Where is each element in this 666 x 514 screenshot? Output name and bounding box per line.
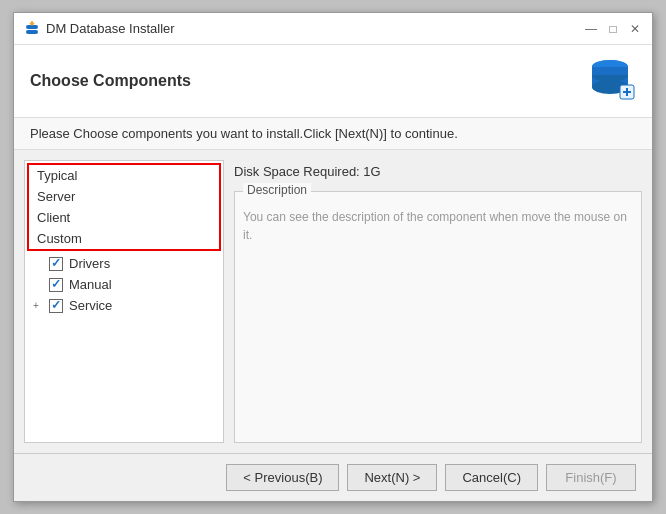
header-title: Choose Components: [30, 72, 191, 90]
disk-space-row: Disk Space Required: 1G: [234, 160, 642, 183]
description-legend: Description: [243, 183, 311, 197]
svg-rect-9: [592, 67, 628, 75]
drivers-checkbox[interactable]: [49, 257, 63, 271]
header-section: Choose Components: [14, 45, 652, 118]
title-controls: — □ ✕: [584, 22, 642, 36]
right-panel: Disk Space Required: 1G Description You …: [234, 160, 642, 443]
manual-checkbox[interactable]: [49, 278, 63, 292]
left-panel: Typical Server Client Custom Drivers Man…: [24, 160, 224, 443]
drivers-label: Drivers: [69, 256, 110, 271]
tree-item-drivers[interactable]: Drivers: [25, 253, 223, 274]
component-client[interactable]: Client: [29, 207, 219, 228]
manual-label: Manual: [69, 277, 112, 292]
installer-window: DM Database Installer — □ ✕ Choose Compo…: [13, 12, 653, 502]
component-server[interactable]: Server: [29, 186, 219, 207]
footer: < Previous(B) Next(N) > Cancel(C) Finish…: [14, 453, 652, 501]
maximize-button[interactable]: □: [606, 22, 620, 36]
finish-button[interactable]: Finish(F): [546, 464, 636, 491]
disk-space-label: Disk Space Required:: [234, 164, 360, 179]
instruction-bar: Please Choose components you want to ins…: [14, 118, 652, 150]
header-database-icon: [584, 57, 636, 105]
component-list: Typical Server Client Custom Drivers Man…: [25, 163, 223, 316]
disk-space-value: 1G: [363, 164, 380, 179]
content-area: Typical Server Client Custom Drivers Man…: [14, 150, 652, 453]
previous-button[interactable]: < Previous(B): [226, 464, 339, 491]
component-typical[interactable]: Typical: [29, 165, 219, 186]
next-button[interactable]: Next(N) >: [347, 464, 437, 491]
minimize-button[interactable]: —: [584, 22, 598, 36]
close-button[interactable]: ✕: [628, 22, 642, 36]
service-label: Service: [69, 298, 112, 313]
selection-group: Typical Server Client Custom: [27, 163, 221, 251]
service-checkbox[interactable]: [49, 299, 63, 313]
service-expander: +: [33, 300, 45, 311]
description-text: You can see the description of the compo…: [243, 208, 633, 244]
instruction-text: Please Choose components you want to ins…: [30, 126, 458, 141]
description-box: Description You can see the description …: [234, 191, 642, 443]
component-custom[interactable]: Custom: [29, 228, 219, 249]
window-title: DM Database Installer: [46, 21, 175, 36]
title-icon: [24, 21, 40, 37]
title-bar-left: DM Database Installer: [24, 21, 175, 37]
cancel-button[interactable]: Cancel(C): [445, 464, 538, 491]
svg-rect-1: [26, 30, 38, 34]
tree-item-manual[interactable]: Manual: [25, 274, 223, 295]
tree-item-service[interactable]: + Service: [25, 295, 223, 316]
title-bar: DM Database Installer — □ ✕: [14, 13, 652, 45]
